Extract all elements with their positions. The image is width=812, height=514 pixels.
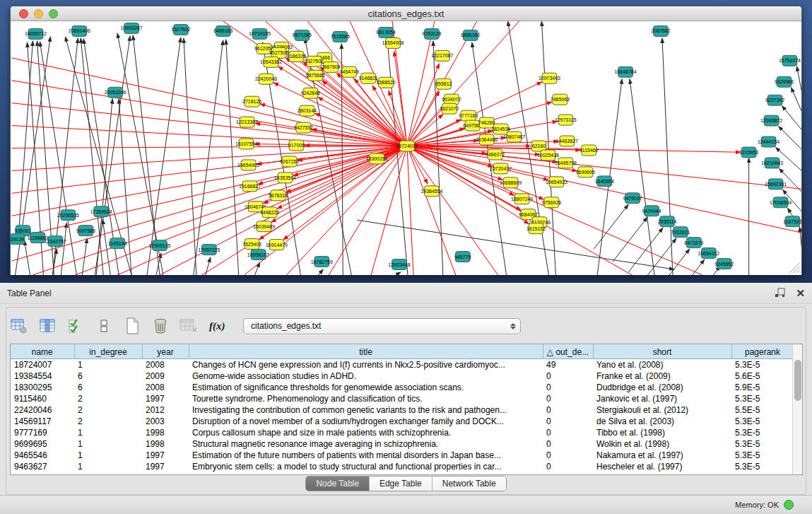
cell-out_degree[interactable]: 0 [543,404,593,416]
column-header-name[interactable]: name [11,345,74,359]
cell-year[interactable]: 2012 [142,404,189,416]
cell-name[interactable]: 9465546 [11,450,74,461]
table-row[interactable]: 911546021997Tourette syndrome. Phenomeno… [11,393,794,404]
cell-year[interactable]: 2009 [142,370,189,382]
cell-name[interactable]: 22420046 [11,404,74,416]
table-row[interactable]: 969969511998Structural magnetic resonanc… [11,438,794,450]
cell-name[interactable]: 9463627 [11,461,74,472]
cell-pagerank[interactable]: 5.3E-5 [731,393,794,404]
graph-svg[interactable]: 1405571220691406106532871527602646616310… [11,21,801,275]
cell-title[interactable]: Genome-wide association studies in ADHD. [189,370,543,382]
table-options-icon[interactable] [10,317,28,335]
cell-short[interactable]: Nakamura et al. (1997) [593,450,731,461]
cell-title[interactable]: Embryonic stem cells: a model to study s… [189,461,543,472]
cell-short[interactable]: Hescheler et al. (1997) [593,461,731,472]
column-header-year[interactable]: year [142,345,189,359]
table-row[interactable]: 1872400712008Changes of HCN gene express… [11,359,794,370]
cell-name[interactable]: 19384554 [11,370,74,382]
cell-title[interactable]: Disruption of a novel member of a sodium… [189,416,543,427]
column-header-short[interactable]: short [593,345,731,359]
close-window-button[interactable] [19,9,28,18]
cell-pagerank[interactable]: 5.3E-5 [731,427,794,438]
cell-out_degree[interactable]: 0 [543,438,593,450]
cell-year[interactable]: 1998 [142,427,189,438]
cell-short[interactable]: Yano et al. (2008) [593,359,731,370]
cell-title[interactable]: Estimation of the future numbers of pati… [189,450,543,461]
cell-name[interactable]: 9699695 [11,438,74,450]
cell-title[interactable]: Estimation of significance thresholds fo… [189,382,543,393]
delete-column-icon[interactable] [151,317,170,335]
tab-node-table[interactable]: Node Table [306,477,370,491]
cell-out_degree[interactable]: 0 [543,450,593,461]
close-panel-icon[interactable]: ✕ [796,288,805,298]
cell-pagerank[interactable]: 5.3E-5 [731,461,794,472]
cell-in_degree[interactable]: 1 [74,438,142,450]
table-row[interactable]: 946554611997Estimation of the future num… [11,450,794,461]
cell-in_degree[interactable]: 1 [74,450,142,461]
cell-short[interactable]: de Silva et al. (2003) [593,416,731,427]
cell-year[interactable]: 1997 [142,461,189,472]
cell-out_degree[interactable]: 0 [543,461,593,472]
cell-short[interactable]: Stergiakouli et al. (2012) [593,404,731,416]
cell-out_degree[interactable]: 49 [543,359,593,370]
cell-title[interactable]: Changes of HCN gene expression and I(f) … [189,359,543,370]
cell-short[interactable]: Wolkin et al. (1998) [593,438,731,450]
cell-year[interactable]: 2008 [142,382,189,393]
cell-pagerank[interactable]: 5.9E-5 [731,382,794,393]
cell-name[interactable]: 18300295 [11,382,74,393]
cell-in_degree[interactable]: 6 [74,382,142,393]
cell-pagerank[interactable]: 5.3E-5 [731,438,794,450]
cell-in_degree[interactable]: 2 [74,416,142,427]
cell-title[interactable]: Structural magnetic resonance image aver… [189,438,543,450]
column-header-title[interactable]: title [189,345,543,359]
memory-ok-indicator[interactable] [784,500,794,510]
cell-year[interactable]: 2003 [142,416,189,427]
cell-out_degree[interactable]: 0 [543,393,593,404]
cell-short[interactable]: Dudbridge et al. (2008) [593,382,731,393]
tab-network-table[interactable]: Network Table [433,477,506,491]
cell-in_degree[interactable]: 2 [74,404,142,416]
cell-name[interactable]: 14569117 [11,416,74,427]
cell-title[interactable]: Investigating the contribution of common… [189,404,543,416]
cell-name[interactable]: 9777169 [11,427,74,438]
cell-out_degree[interactable]: 0 [543,382,593,393]
float-panel-icon[interactable] [775,288,786,298]
cell-year[interactable]: 1997 [142,393,189,404]
cell-pagerank[interactable]: 5.3E-5 [731,416,794,427]
cell-out_degree[interactable]: 0 [543,416,593,427]
cell-short[interactable]: Jankovic et al. (1997) [593,393,731,404]
cell-name[interactable]: 9115460 [11,393,74,404]
cell-title[interactable]: Corpus callosum shape and size in male p… [189,427,543,438]
cell-name[interactable]: 18724007 [11,359,74,370]
cell-in_degree[interactable]: 1 [74,461,142,472]
table-row[interactable]: 977716911998Corpus callosum shape and si… [11,427,794,438]
cell-short[interactable]: Tibbo et al. (1998) [593,427,731,438]
create-column-icon[interactable] [123,317,141,335]
function-builder-icon[interactable]: f(x) [208,317,226,335]
show-columns-icon[interactable] [38,317,57,335]
network-canvas[interactable]: 1405571220691406106532871527602646616310… [11,21,801,275]
column-header-pagerank[interactable]: pagerank [731,345,794,359]
window-titlebar[interactable]: citations_edges.txt [11,6,801,21]
zoom-window-button[interactable] [49,9,58,18]
table-row[interactable]: 1830029562008Estimation of significance … [11,382,794,393]
cell-year[interactable]: 1997 [142,450,189,461]
minimize-window-button[interactable] [34,9,43,18]
cell-out_degree[interactable]: 0 [543,370,593,382]
cell-in_degree[interactable]: 6 [74,370,142,382]
cell-short[interactable]: Franke et al. (2009) [593,370,731,382]
cell-pagerank[interactable]: 5.5E-5 [731,404,794,416]
scrollbar-thumb[interactable] [794,360,801,401]
table-row[interactable]: 946362711997Embryonic stem cells: a mode… [11,461,794,472]
cell-out_degree[interactable]: 0 [543,427,593,438]
column-header-out_degree[interactable]: △ out_de... [543,345,593,359]
cell-pagerank[interactable]: 5.3E-5 [731,450,794,461]
table-row[interactable]: 1938455462009Genome-wide association stu… [11,370,794,382]
row-height-icon[interactable] [95,317,113,335]
cell-year[interactable]: 1998 [142,438,189,450]
window-resize-grip[interactable] [789,263,799,273]
column-header-in_degree[interactable]: in_degree [74,345,142,359]
table-row[interactable]: 2242004622012Investigating the contribut… [11,404,794,416]
cell-title[interactable]: Tourette syndrome. Phenomenology and cla… [189,393,543,404]
cell-in_degree[interactable]: 1 [74,427,142,438]
